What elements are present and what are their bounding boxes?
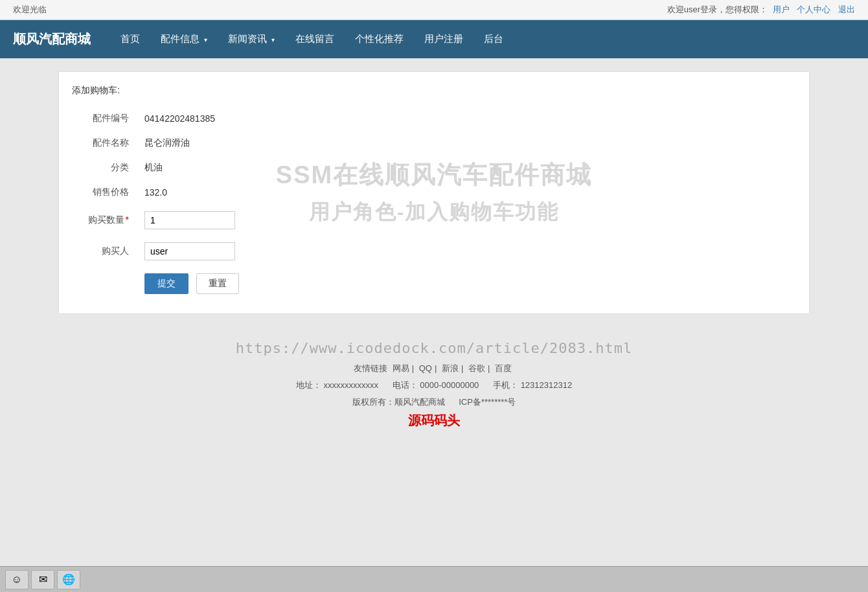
quantity-input[interactable] — [144, 211, 235, 229]
links-label: 友情链接 — [354, 363, 387, 373]
part-number-value: 04142202481385 — [137, 106, 796, 131]
table-row: 配件编号 04142202481385 — [72, 106, 796, 131]
footer-copyright: 版权所有：顺风汽配商城 ICP备********号 — [0, 396, 868, 408]
footer-address: 地址： xxxxxxxxxxxxx 电话： 0000-00000000 手机： … — [0, 380, 868, 391]
nav-link-recommend[interactable]: 个性化推荐 — [345, 21, 414, 57]
footer-brand-red: 源码码头 — [408, 413, 460, 427]
table-row: 购买人 — [72, 236, 796, 267]
table-row: 配件名称 昆仑润滑油 — [72, 131, 796, 155]
nav-link-home[interactable]: 首页 — [110, 21, 150, 57]
welcome-text: 欢迎光临 — [13, 4, 47, 16]
top-bar: 欢迎光临 欢迎user登录，您得权限： 用户 个人中心 退出 — [0, 0, 868, 20]
dropdown-arrow-parts: ▾ — [204, 36, 207, 43]
card-title: 添加购物车: — [72, 85, 796, 97]
table-row: 销售价格 132.0 — [72, 180, 796, 205]
link-baidu[interactable]: 百度 — [495, 363, 512, 373]
link-google[interactable]: 谷歌 — [468, 363, 485, 373]
quantity-cell — [137, 205, 796, 236]
nav-item-register: 用户注册 — [414, 21, 474, 57]
link-qq[interactable]: QQ — [419, 363, 432, 373]
buyer-cell — [137, 236, 796, 267]
price-value: 132.0 — [137, 180, 796, 205]
footer: https://www.icodedock.com/article/2083.h… — [0, 327, 868, 436]
footer-links: 友情链接 网易| QQ| 新浪| 谷歌| 百度 — [0, 363, 868, 374]
main-content: 添加购物车: SSM在线顺风汽车配件商城 用户角色-加入购物车功能 配件编号 0… — [52, 71, 816, 314]
add-cart-card: 添加购物车: SSM在线顺风汽车配件商城 用户角色-加入购物车功能 配件编号 0… — [58, 71, 810, 314]
buttons-cell: 提交 重置 — [137, 267, 796, 301]
table-row: 购买数量* — [72, 205, 796, 236]
buyer-label: 购买人 — [72, 236, 137, 267]
nav-user-link[interactable]: 用户 — [773, 5, 790, 14]
phone-label: 电话： — [393, 380, 418, 390]
navbar-brand: 顺风汽配商城 — [13, 20, 104, 58]
nav-item-recommend: 个性化推荐 — [345, 21, 414, 57]
reset-button[interactable]: 重置 — [196, 273, 239, 294]
footer-brand: 源码码头 — [0, 412, 868, 429]
category-label: 分类 — [72, 155, 137, 180]
user-info: 欢迎user登录，您得权限： 用户 个人中心 退出 — [667, 4, 855, 16]
mobile-label: 手机： — [493, 380, 518, 390]
submit-button[interactable]: 提交 — [144, 273, 188, 294]
taskbar-btn-2[interactable]: ✉ — [31, 570, 54, 589]
category-value: 机油 — [137, 155, 796, 180]
navbar: 顺风汽配商城 首页 配件信息 ▾ 新闻资讯 ▾ 在线留言 个性化推 — [0, 20, 868, 58]
nav-link-parts[interactable]: 配件信息 ▾ — [150, 21, 218, 57]
table-row: 分类 机油 — [72, 155, 796, 180]
quantity-label: 购买数量* — [72, 205, 137, 236]
address-value: xxxxxxxxxxxxx — [323, 380, 378, 390]
nav-item-home: 首页 — [110, 21, 150, 57]
nav-link-admin[interactable]: 后台 — [474, 21, 514, 57]
nav-item-news: 新闻资讯 ▾ — [218, 21, 285, 57]
nav-item-parts: 配件信息 ▾ — [150, 21, 218, 57]
mobile-value: 12312312312 — [521, 380, 573, 390]
nav-logout-link[interactable]: 退出 — [838, 5, 855, 14]
table-row: 提交 重置 — [72, 267, 796, 301]
part-name-label: 配件名称 — [72, 131, 137, 155]
nav-link-register[interactable]: 用户注册 — [414, 21, 474, 57]
link-sina[interactable]: 新浪 — [442, 363, 459, 373]
phone-value: 0000-00000000 — [420, 380, 479, 390]
buyer-input[interactable] — [144, 242, 235, 260]
price-label: 销售价格 — [72, 180, 137, 205]
address-label: 地址： — [296, 380, 321, 390]
part-number-label: 配件编号 — [72, 106, 137, 131]
nav-items: 首页 配件信息 ▾ 新闻资讯 ▾ 在线留言 个性化推荐 — [110, 21, 514, 57]
nav-item-admin: 后台 — [474, 21, 514, 57]
nav-link-news[interactable]: 新闻资讯 ▾ — [218, 21, 285, 57]
form-table: 配件编号 04142202481385 配件名称 昆仑润滑油 分类 机油 销售价… — [72, 106, 796, 301]
taskbar: ☺ ✉ 🌐 — [0, 566, 868, 592]
part-name-value: 昆仑润滑油 — [137, 131, 796, 155]
taskbar-btn-1[interactable]: ☺ — [5, 570, 29, 589]
taskbar-btn-3[interactable]: 🌐 — [57, 570, 80, 589]
nav-item-message: 在线留言 — [285, 21, 345, 57]
link-wangyi[interactable]: 网易 — [393, 363, 409, 373]
required-star: * — [126, 214, 129, 225]
footer-url: https://www.icodedock.com/article/2083.h… — [0, 340, 868, 356]
dropdown-arrow-news: ▾ — [271, 36, 275, 43]
nav-link-message[interactable]: 在线留言 — [285, 21, 345, 57]
nav-profile-link[interactable]: 个人中心 — [797, 5, 830, 14]
